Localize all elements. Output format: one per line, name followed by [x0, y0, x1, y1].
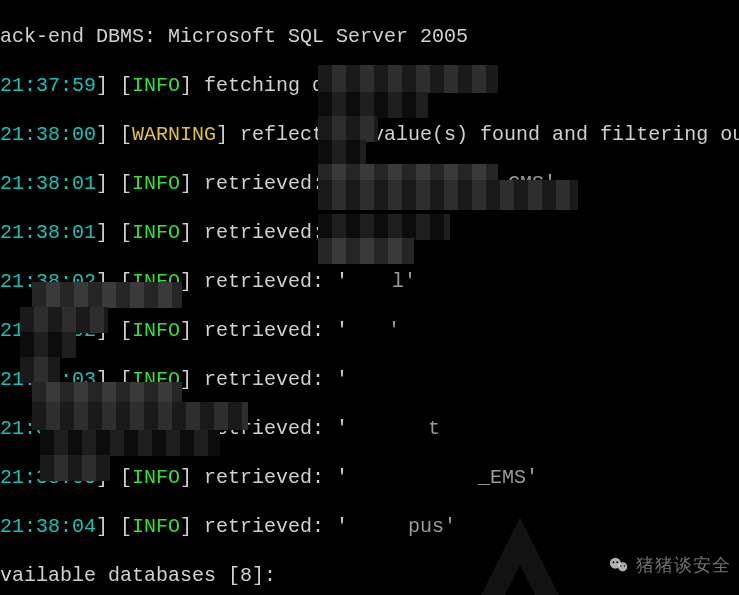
redacted-tail: _EMS'	[478, 466, 538, 489]
watermark-text: 猪猪谈安全	[636, 553, 731, 578]
svg-point-6	[624, 565, 625, 566]
log-level-info: INFO	[132, 319, 180, 342]
redaction-block	[32, 282, 182, 308]
redaction-block	[318, 116, 378, 142]
log-msg: retrieved: '	[204, 368, 348, 391]
log-msg: retrieved: '	[204, 319, 348, 342]
redaction-block	[40, 455, 110, 481]
svg-point-5	[620, 565, 621, 566]
log-level-info: INFO	[132, 515, 180, 538]
redaction-block	[40, 430, 220, 456]
log-level-info: INFO	[132, 172, 180, 195]
dbms-line: ack-end DBMS: Microsoft SQL Server 2005	[0, 25, 468, 48]
redaction-block	[318, 65, 498, 93]
log-level-info: INFO	[132, 221, 180, 244]
svg-marker-0	[472, 517, 568, 595]
redaction-block	[318, 180, 578, 210]
svg-point-2	[618, 562, 627, 571]
redacted-tail: '	[388, 319, 400, 342]
log-msg: retrieved: '	[204, 270, 348, 293]
timestamp: 21:38:04	[0, 515, 96, 538]
log-level-warning: WARNING	[132, 123, 216, 146]
ghost-logo	[460, 505, 580, 595]
redacted-tail: t	[428, 417, 440, 440]
svg-point-4	[616, 561, 618, 563]
timestamp: 21:38:01	[0, 172, 96, 195]
redaction-block	[20, 357, 60, 383]
redaction-block	[318, 238, 414, 264]
watermark: 猪猪谈安全	[608, 553, 731, 578]
redacted-tail: pus'	[408, 515, 456, 538]
timestamp: 21:37:59	[0, 74, 96, 97]
redaction-block	[318, 140, 366, 166]
svg-point-3	[613, 561, 615, 563]
available-db-header: vailable databases [8]:	[0, 564, 276, 587]
log-msg: retrieved: '	[204, 515, 348, 538]
redaction-block	[32, 402, 248, 430]
timestamp: 21:38:01	[0, 221, 96, 244]
log-msg: reflective value(s) found and filtering …	[240, 123, 739, 146]
redaction-block	[20, 307, 108, 333]
wechat-icon	[608, 554, 630, 576]
redaction-block	[318, 92, 428, 118]
timestamp: 21:38:00	[0, 123, 96, 146]
log-level-info: INFO	[132, 74, 180, 97]
redacted-tail: l'	[392, 270, 416, 293]
log-level-info: INFO	[132, 466, 180, 489]
redaction-block	[318, 214, 450, 240]
log-msg: retrieved: '	[204, 466, 348, 489]
redaction-block	[20, 332, 76, 358]
